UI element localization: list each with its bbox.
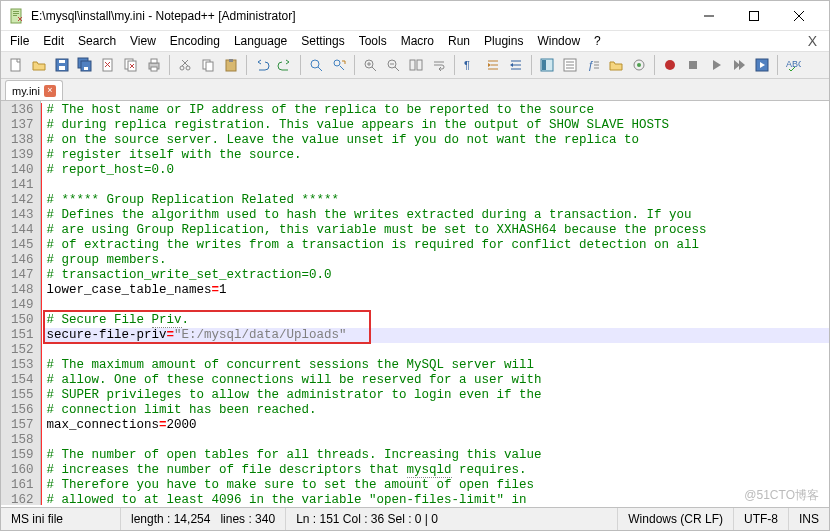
title-bar: E:\mysql\install\my.ini - Notepad++ [Adm…: [1, 1, 829, 31]
svg-point-26: [186, 66, 190, 70]
tab-bar: my.ini ×: [1, 79, 829, 101]
save-icon[interactable]: [51, 54, 73, 76]
svg-rect-65: [689, 61, 697, 69]
svg-rect-32: [229, 59, 233, 62]
status-length: length : 14,254 lines : 340: [121, 508, 286, 530]
menu-file[interactable]: File: [3, 32, 36, 50]
folder-view-icon[interactable]: [605, 54, 627, 76]
play-macro-icon[interactable]: [705, 54, 727, 76]
minimize-button[interactable]: [686, 1, 731, 30]
undo-icon[interactable]: [251, 54, 273, 76]
editor-content[interactable]: # The host name or IP address of the rep…: [41, 101, 829, 505]
status-ins[interactable]: INS: [789, 508, 829, 530]
status-filetype: MS ini file: [1, 508, 121, 530]
doc-list-icon[interactable]: [559, 54, 581, 76]
app-icon: [9, 8, 25, 24]
svg-rect-24: [151, 67, 157, 71]
toolbar: ¶ ƒ ABC: [1, 51, 829, 79]
svg-rect-44: [417, 60, 422, 70]
zoom-in-icon[interactable]: [359, 54, 381, 76]
menu-bar: File Edit Search View Encoding Language …: [1, 31, 829, 51]
window-title: E:\mysql\install\my.ini - Notepad++ [Adm…: [31, 9, 686, 23]
svg-text:ƒ: ƒ: [588, 59, 594, 71]
sync-scroll-icon[interactable]: [405, 54, 427, 76]
svg-point-35: [334, 60, 340, 66]
svg-rect-8: [11, 59, 20, 71]
svg-point-63: [637, 63, 641, 67]
status-eol[interactable]: Windows (CR LF): [618, 508, 734, 530]
svg-text:ABC: ABC: [786, 59, 801, 69]
func-list-icon[interactable]: ƒ: [582, 54, 604, 76]
show-eol-icon[interactable]: [505, 54, 527, 76]
menu-language[interactable]: Language: [227, 32, 294, 50]
zoom-out-icon[interactable]: [382, 54, 404, 76]
menu-macro[interactable]: Macro: [394, 32, 441, 50]
wrap-icon[interactable]: [428, 54, 450, 76]
menu-settings[interactable]: Settings: [294, 32, 351, 50]
svg-rect-11: [59, 60, 65, 63]
maximize-button[interactable]: [731, 1, 776, 30]
monitor-icon[interactable]: [628, 54, 650, 76]
line-number-gutter: 136137138 139140141 142143144 145146147 …: [1, 101, 41, 505]
svg-point-64: [665, 60, 675, 70]
menu-plugins[interactable]: Plugins: [477, 32, 530, 50]
svg-rect-30: [206, 62, 213, 71]
cut-icon[interactable]: [174, 54, 196, 76]
editor: 136137138 139140141 142143144 145146147 …: [1, 101, 829, 505]
paste-icon[interactable]: [220, 54, 242, 76]
menu-help[interactable]: ?: [587, 32, 608, 50]
find-icon[interactable]: [305, 54, 327, 76]
tab-my-ini[interactable]: my.ini ×: [5, 80, 63, 100]
menu-tools[interactable]: Tools: [352, 32, 394, 50]
doc-map-icon[interactable]: [536, 54, 558, 76]
svg-rect-10: [59, 66, 65, 70]
close-file-icon[interactable]: [97, 54, 119, 76]
open-file-icon[interactable]: [28, 54, 50, 76]
play-multi-icon[interactable]: [728, 54, 750, 76]
menu-run[interactable]: Run: [441, 32, 477, 50]
menu-close-x[interactable]: X: [808, 33, 827, 49]
record-macro-icon[interactable]: [659, 54, 681, 76]
save-macro-icon[interactable]: [751, 54, 773, 76]
svg-text:¶: ¶: [464, 59, 470, 71]
close-all-icon[interactable]: [120, 54, 142, 76]
svg-rect-3: [13, 15, 17, 16]
tab-label: my.ini: [12, 85, 40, 97]
status-bar: MS ini file length : 14,254 lines : 340 …: [1, 507, 829, 530]
svg-line-42: [395, 67, 399, 71]
redo-icon[interactable]: [274, 54, 296, 76]
svg-point-33: [311, 60, 319, 68]
replace-icon[interactable]: [328, 54, 350, 76]
svg-rect-43: [410, 60, 415, 70]
menu-view[interactable]: View: [123, 32, 163, 50]
stop-macro-icon[interactable]: [682, 54, 704, 76]
menu-search[interactable]: Search: [71, 32, 123, 50]
print-icon[interactable]: [143, 54, 165, 76]
svg-rect-1: [13, 11, 19, 12]
new-file-icon[interactable]: [5, 54, 27, 76]
close-button[interactable]: [776, 1, 821, 30]
svg-point-25: [180, 66, 184, 70]
svg-line-39: [372, 67, 376, 71]
svg-rect-23: [151, 59, 157, 63]
svg-rect-53: [542, 60, 546, 70]
svg-rect-14: [84, 67, 88, 70]
spellcheck-icon[interactable]: ABC: [782, 54, 804, 76]
show-indent-icon[interactable]: [482, 54, 504, 76]
show-ws-icon[interactable]: ¶: [459, 54, 481, 76]
svg-line-34: [318, 67, 322, 71]
save-all-icon[interactable]: [74, 54, 96, 76]
status-pos: Ln : 151 Col : 36 Sel : 0 | 0: [286, 508, 618, 530]
menu-encoding[interactable]: Encoding: [163, 32, 227, 50]
menu-edit[interactable]: Edit: [36, 32, 71, 50]
svg-rect-2: [13, 13, 19, 14]
tab-close-icon[interactable]: ×: [44, 85, 56, 97]
menu-window[interactable]: Window: [530, 32, 587, 50]
svg-rect-5: [749, 11, 758, 20]
status-encoding[interactable]: UTF-8: [734, 508, 789, 530]
copy-icon[interactable]: [197, 54, 219, 76]
